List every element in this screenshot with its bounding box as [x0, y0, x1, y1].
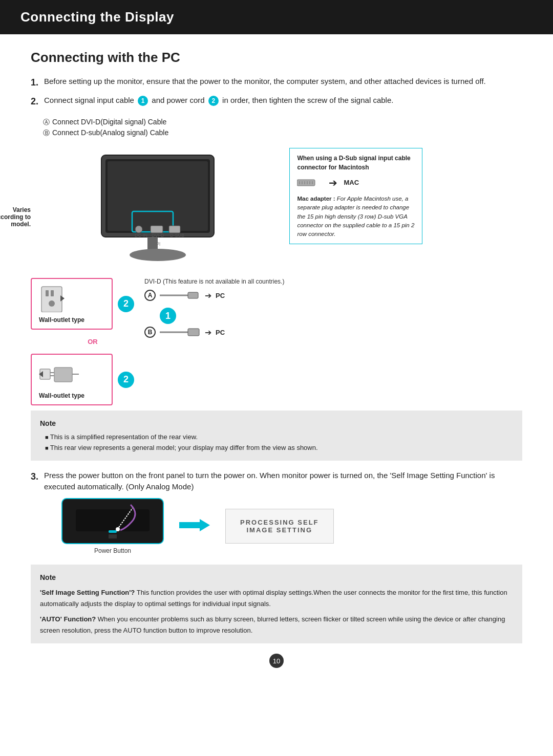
cable-a-pc: PC [216, 292, 225, 299]
step3-area: 3. Press the power button on the front p… [31, 470, 522, 554]
svg-rect-15 [51, 290, 54, 296]
power-button-illustration [67, 502, 159, 539]
svg-text:DC-IN: DC-IN [135, 233, 147, 238]
mac-adapter-text: Mac adapter : For Apple Macintosh use, a… [297, 195, 415, 239]
processing-box: PROCESSING SELF IMAGE SETTING [225, 509, 334, 544]
diagram-main-row: Varies according to model. [31, 143, 522, 405]
auto-text: When you encounter problems such as blur… [40, 615, 505, 634]
cable-b-row: B ➔ PC [144, 326, 225, 338]
auto-title: 'AUTO' Function? [40, 615, 96, 623]
mac-adapter-row: ➔ MAC [297, 175, 415, 190]
svg-rect-21 [54, 368, 72, 382]
sub-item-a: Connect DVI-D(Digital signal) Cable [43, 118, 522, 127]
cable-b-svg [160, 326, 201, 338]
section-title: Connecting with the PC [31, 50, 522, 66]
bottom-note-auto: 'AUTO' Function? When you encounter prob… [40, 614, 513, 636]
power-button-box [61, 498, 164, 544]
svg-rect-2 [108, 161, 208, 231]
cable-a-arrow: ➔ [205, 291, 211, 300]
svg-rect-11 [169, 226, 180, 233]
bottom-note-box: Note 'Self Image Setting Function'? This… [31, 565, 522, 643]
cable-a-row: A ➔ PC [144, 289, 225, 301]
note-box-1: Note This is a simplified representation… [31, 411, 522, 461]
note-1-item-1: This is a simplified representation of t… [45, 432, 513, 443]
cable-b-pc: PC [216, 329, 225, 336]
badge-1: 1 [138, 96, 148, 106]
self-image-title: 'Self Image Setting Function'? [40, 589, 135, 596]
page-number-badge: 10 [269, 654, 284, 668]
page-number: 10 [31, 654, 522, 668]
outlet-2-label: Wall-outlet type [39, 392, 84, 399]
step-3-num: 3. [31, 470, 40, 484]
step-2: 2. Connect signal input cable 1 and powe… [31, 95, 522, 109]
outlet-2-row: Wall-outlet type 2 [31, 354, 134, 405]
processing-line-1: PROCESSING SELF [240, 519, 319, 526]
outlet-2-inner [39, 360, 80, 388]
step-3: 3. Press the power button on the front p… [31, 470, 522, 493]
or-label: OR [31, 338, 134, 345]
note-1-list: This is a simplified representation of t… [40, 432, 513, 453]
header-title: Connecting the Display [20, 9, 174, 25]
varies-label: Varies according to model. [0, 206, 31, 228]
step-2-after: in order, then tighten the screw of the … [222, 96, 393, 104]
step-1: 1. Before setting up the monitor, ensure… [31, 76, 522, 90]
monitor-col: Varies according to model. [31, 150, 284, 405]
circle-1-badge: 1 [160, 308, 176, 324]
svg-point-40 [116, 527, 120, 531]
step3-arrow-svg [179, 515, 210, 535]
processing-line-2: IMAGE SETTING [240, 526, 319, 534]
note-1-heading: Note [40, 418, 513, 429]
svg-rect-36 [76, 509, 150, 531]
outlet-2-cable: 2 [118, 372, 134, 388]
step-1-num: 1. [31, 76, 40, 90]
step3-diagram: Power Button PROCESSING SELF IMAGE SETTI… [61, 498, 522, 554]
step-1-text: Before setting up the monitor, ensure th… [44, 76, 522, 88]
dvi-note: DVI-D (This feature is not available in … [144, 278, 284, 285]
sub-item-b: Connect D-sub(Analog signal) Cable [43, 128, 522, 138]
step-2-mid: and power cord [152, 96, 204, 104]
step3-arrow [179, 515, 210, 537]
page-header: Connecting the Display [0, 0, 553, 34]
outlet-1-label: Wall-outlet type [39, 316, 84, 323]
svg-marker-41 [179, 519, 210, 531]
svg-point-9 [135, 226, 142, 233]
wall-outlet-2-svg [39, 360, 80, 388]
monitor-diagram: Varies according to model. [31, 150, 284, 405]
outlet-1-row: Wall-outlet type 2 [31, 278, 134, 330]
badge-2: 2 [208, 96, 219, 106]
note-1-item-2: This rear view represents a general mode… [45, 443, 513, 453]
outlet-1-cable: 2 [118, 296, 134, 312]
mac-arrow: ➔ [329, 175, 337, 190]
svg-rect-27 [188, 329, 199, 336]
svg-point-16 [49, 300, 55, 307]
svg-marker-17 [60, 295, 65, 301]
cable-a-svg [160, 289, 201, 301]
step-3-text: Press the power button on the front pane… [44, 470, 522, 493]
monitor-svg: DC-IN DVI-D D-SUB |D| [86, 150, 229, 278]
svg-text:|D|: |D| [155, 241, 160, 246]
step-list: 1. Before setting up the monitor, ensure… [31, 76, 522, 109]
step-2-before: Connect signal input cable [44, 96, 134, 104]
step-2-num: 2. [31, 95, 40, 109]
svg-text:D-SUB: D-SUB [170, 233, 184, 238]
cable-b-arrow: ➔ [205, 328, 211, 337]
outlet-1-box: Wall-outlet type [31, 278, 113, 330]
mac-label: MAC [344, 178, 359, 188]
outlet-2-box: Wall-outlet type [31, 354, 113, 405]
power-button-label: Power Button [94, 547, 131, 554]
svg-rect-38 [109, 530, 117, 533]
svg-point-4 [130, 249, 186, 261]
power-button-section: Power Button [61, 498, 164, 554]
cable-b-badge: B [144, 327, 156, 338]
macintosh-note-box: When using a D-Sub signal input cable co… [289, 148, 422, 244]
outlet-1-inner [39, 284, 65, 312]
svg-rect-14 [46, 290, 49, 296]
sub-list: Connect DVI-D(Digital signal) Cable Conn… [43, 118, 522, 138]
cables-section: DVI-D (This feature is not available in … [144, 278, 284, 342]
svg-rect-25 [188, 292, 198, 298]
outlets-row: Wall-outlet type 2 OR [31, 278, 284, 405]
svg-rect-10 [151, 226, 163, 233]
mac-connector-svg [297, 177, 323, 189]
circle-2-badge-1: 2 [118, 296, 134, 312]
step-2-text: Connect signal input cable 1 and power c… [44, 95, 522, 106]
